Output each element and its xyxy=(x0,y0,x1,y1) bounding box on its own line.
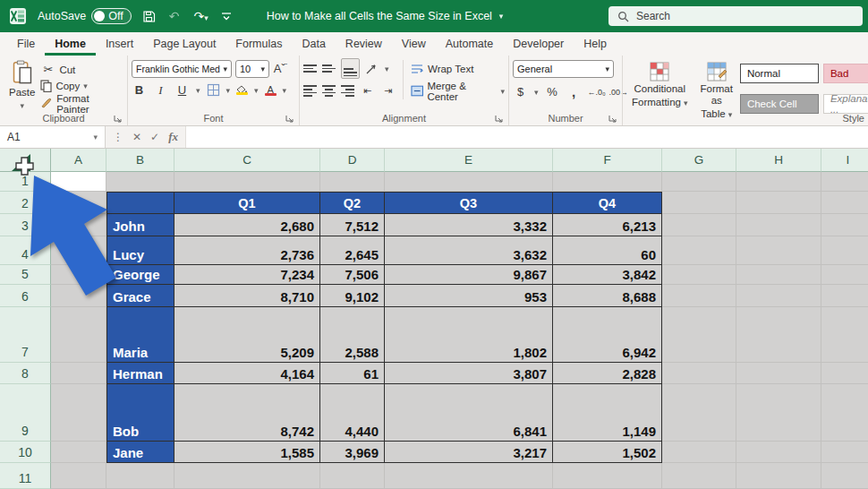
cell-H3[interactable] xyxy=(736,214,821,236)
tab-file[interactable]: File xyxy=(7,34,45,56)
customize-toolbar-icon[interactable] xyxy=(220,11,233,21)
tab-formulas[interactable]: Formulas xyxy=(226,34,292,56)
cell-I11[interactable] xyxy=(821,463,868,489)
cell-D7[interactable]: 2,588 xyxy=(320,307,385,363)
increase-indent-icon[interactable]: ⇥ xyxy=(380,85,396,97)
cell-F6[interactable]: 8,688 xyxy=(553,285,662,307)
orientation-dropdown-icon[interactable]: ▾ xyxy=(385,64,389,73)
tab-insert[interactable]: Insert xyxy=(96,34,143,56)
cell-B5[interactable]: George xyxy=(106,265,174,285)
bold-button[interactable]: B xyxy=(132,83,147,97)
accounting-format-icon[interactable]: $ xyxy=(513,85,528,99)
cell-E2[interactable]: Q3 xyxy=(385,192,553,214)
column-header-A[interactable]: A xyxy=(51,149,106,172)
fill-color-button[interactable] xyxy=(236,85,248,95)
cell-A5[interactable] xyxy=(51,265,106,285)
document-title[interactable]: How to Make all Cells the Same Size in E… xyxy=(267,10,504,22)
number-format-combo[interactable]: General ▾ xyxy=(513,60,614,78)
merge-center-button[interactable]: Merge & Center ▾ xyxy=(411,82,505,99)
accounting-dropdown-icon[interactable]: ▾ xyxy=(534,88,539,97)
cell-C8[interactable]: 4,164 xyxy=(174,363,320,384)
decrease-indent-icon[interactable]: ⇤ xyxy=(360,85,375,97)
cell-A3[interactable] xyxy=(51,214,106,236)
copy-dropdown-icon[interactable]: ▾ xyxy=(83,82,88,90)
column-header-D[interactable]: D xyxy=(320,149,385,172)
cell-C4[interactable]: 2,736 xyxy=(174,236,320,265)
cell-I4[interactable] xyxy=(821,236,868,265)
cell-B1[interactable] xyxy=(106,172,174,192)
fill-color-dropdown-icon[interactable]: ▾ xyxy=(254,86,259,95)
tab-review[interactable]: Review xyxy=(336,34,392,56)
cell-A11[interactable] xyxy=(51,463,106,489)
align-center-icon[interactable] xyxy=(322,85,336,96)
font-color-button[interactable]: A xyxy=(265,85,277,96)
cell-H4[interactable] xyxy=(736,236,821,265)
cell-A2[interactable] xyxy=(51,192,106,214)
cell-B7[interactable]: Maria xyxy=(106,307,174,363)
cell-A6[interactable] xyxy=(51,285,106,307)
cell-F2[interactable]: Q4 xyxy=(553,192,662,214)
cell-E1[interactable] xyxy=(385,172,553,192)
cell-G8[interactable] xyxy=(662,363,736,384)
borders-dropdown-icon[interactable]: ▾ xyxy=(226,86,231,95)
cell-C3[interactable]: 2,680 xyxy=(174,214,320,236)
cell-F5[interactable]: 3,842 xyxy=(553,265,662,285)
column-header-H[interactable]: H xyxy=(736,149,821,172)
cell-E10[interactable]: 3,217 xyxy=(385,442,553,463)
cell-style-check-cell[interactable]: Check Cell xyxy=(740,94,819,114)
cell-G7[interactable] xyxy=(662,307,736,363)
column-header-C[interactable]: C xyxy=(174,149,320,172)
cell-B2[interactable] xyxy=(106,192,174,214)
cell-H9[interactable] xyxy=(736,384,821,442)
cell-E3[interactable]: 3,332 xyxy=(385,214,553,236)
cell-E8[interactable]: 3,807 xyxy=(385,363,553,384)
cell-G1[interactable] xyxy=(662,172,736,192)
font-dialog-launcher-icon[interactable] xyxy=(285,115,294,124)
cell-I9[interactable] xyxy=(821,384,868,442)
cell-H10[interactable] xyxy=(736,442,821,463)
underline-button[interactable]: U xyxy=(174,83,190,97)
cell-I6[interactable] xyxy=(821,285,868,307)
borders-icon[interactable] xyxy=(207,83,220,97)
cell-H2[interactable] xyxy=(736,192,821,214)
cell-G11[interactable] xyxy=(662,463,736,489)
column-header-G[interactable]: G xyxy=(662,149,736,172)
tab-help[interactable]: Help xyxy=(574,34,617,56)
row-header-6[interactable]: 6 xyxy=(0,285,51,307)
cell-D8[interactable]: 61 xyxy=(320,363,385,384)
copy-button[interactable]: Copy ▾ xyxy=(40,79,123,95)
cell-I1[interactable] xyxy=(821,172,868,192)
row-header-10[interactable]: 10 xyxy=(0,442,51,463)
font-color-dropdown-icon[interactable]: ▾ xyxy=(283,86,287,95)
cell-D5[interactable]: 7,506 xyxy=(320,265,385,285)
italic-button[interactable]: I xyxy=(153,83,168,98)
row-header-8[interactable]: 8 xyxy=(0,363,51,384)
cell-A7[interactable] xyxy=(51,307,106,363)
align-bottom-button[interactable] xyxy=(341,58,360,79)
cell-D4[interactable]: 2,645 xyxy=(320,236,385,265)
cell-D11[interactable] xyxy=(320,463,385,489)
cell-C10[interactable]: 1,585 xyxy=(174,442,320,463)
redo-icon[interactable]: ↷▾ xyxy=(193,9,209,23)
cell-F11[interactable] xyxy=(553,463,662,489)
cell-G10[interactable] xyxy=(662,442,736,463)
format-painter-button[interactable]: Format Painter xyxy=(40,95,123,112)
cancel-icon[interactable]: ✕ xyxy=(132,131,141,143)
font-size-combo[interactable]: 10 ▾ xyxy=(235,60,269,78)
cut-button[interactable]: ✂ Cut xyxy=(40,62,123,78)
cell-C6[interactable]: 8,710 xyxy=(174,285,320,307)
percent-style-icon[interactable]: % xyxy=(545,85,560,99)
cell-I2[interactable] xyxy=(821,192,868,214)
increase-font-icon[interactable]: Aˇˆ xyxy=(273,62,288,75)
cell-B3[interactable]: John xyxy=(106,214,174,236)
undo-icon[interactable]: ↶ xyxy=(166,9,183,23)
cell-A8[interactable] xyxy=(51,363,106,384)
cell-C2[interactable]: Q1 xyxy=(174,192,320,214)
cell-I5[interactable] xyxy=(821,265,868,285)
cell-E7[interactable]: 1,802 xyxy=(385,307,553,363)
cell-A9[interactable] xyxy=(51,384,106,442)
cell-H8[interactable] xyxy=(736,363,821,384)
cell-B8[interactable]: Herman xyxy=(106,363,174,384)
cell-E5[interactable]: 9,867 xyxy=(385,265,553,285)
formula-input[interactable] xyxy=(185,126,868,148)
